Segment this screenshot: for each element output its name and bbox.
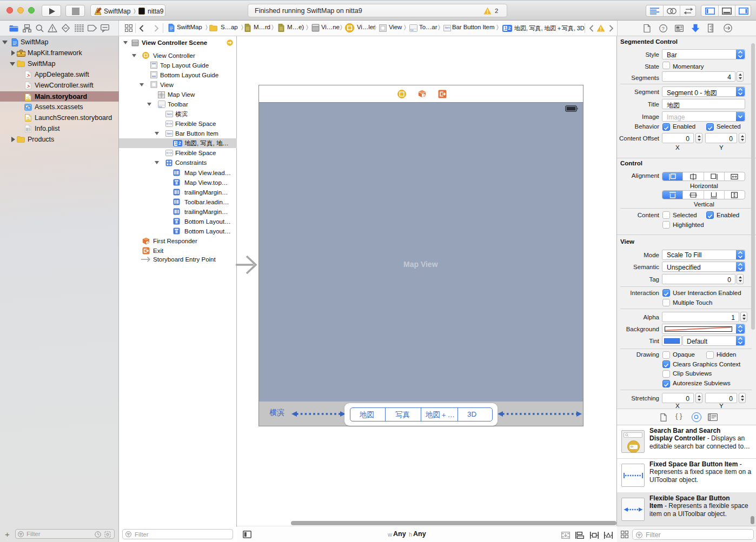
svg-text:1: 1 [147, 241, 149, 244]
svg-text:Edit: Edit [159, 105, 162, 108]
svg-text:Edit: Edit [410, 29, 414, 31]
svg-text:?: ? [662, 25, 665, 31]
